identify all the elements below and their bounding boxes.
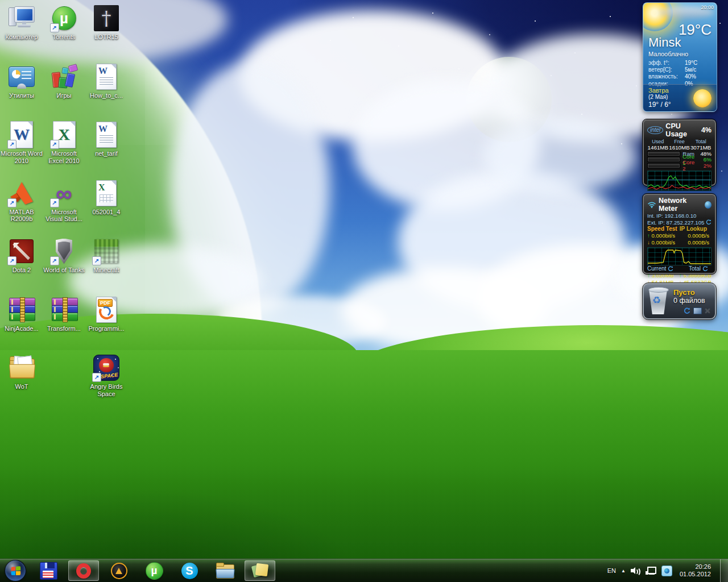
clock[interactable]: 20:26 01.05.2012	[680, 563, 711, 579]
desktop-icon-matlab-r2009b[interactable]: ↗MATLAB R2009b	[1, 180, 43, 223]
desktop-icon-ninjacademy-archive[interactable]: NinjAcade...	[1, 296, 43, 332]
programming-pdf-icon: PDF	[93, 296, 120, 323]
desktop-icon-microsoft-visual-studio[interactable]: ∞↗Microsoft Visual Stud...	[43, 180, 85, 223]
desktop-icon-microsoft-excel-2010[interactable]: X↗Microsoft Excel 2010	[43, 121, 85, 164]
network-meter-gadget[interactable]: Network Meter Int. IP: 192.168.0.10 Ext.…	[643, 194, 716, 274]
close-icon[interactable]: ×	[705, 306, 710, 315]
cpu-used-value: 1461MB	[647, 144, 669, 151]
cpu-history-graph	[647, 171, 712, 191]
desktop[interactable]: Компьютерµ↗Torrents†LOTR15УтилитыИгрыWHo…	[0, 0, 728, 582]
recycle-symbol-icon: ♻	[652, 294, 661, 306]
weather-tomorrow: Завтра (2 Мая) 19° / 6°	[643, 84, 717, 111]
tray-app-icon[interactable]	[661, 566, 672, 576]
show-desktop-button[interactable]	[720, 559, 728, 582]
desktop-icon-label: Microsoft Word 2010	[1, 150, 43, 164]
opera-icon	[76, 563, 91, 579]
start-button[interactable]	[5, 560, 26, 581]
taskbar-apps: µS	[33, 560, 275, 581]
download-bytes: 0.000B/s	[688, 239, 709, 246]
taskbar-file-manager-button[interactable]	[33, 560, 64, 581]
taskbar-sticky-notes-button[interactable]	[245, 560, 275, 581]
weather-time: 20:00	[701, 5, 714, 10]
open-recycle-icon[interactable]	[693, 307, 702, 314]
weather-detail-value: 40%	[685, 73, 713, 80]
download-arrow-icon: ↓	[647, 239, 650, 246]
matlab-r2009b-icon: ↗	[8, 180, 35, 207]
sticky-notes-icon	[252, 563, 268, 579]
weather-detail-value: 5м/с	[685, 66, 713, 73]
tray-date: 01.05.2012	[680, 571, 711, 577]
desktop-icon-programming-pdf[interactable]: PDFProgrammi...	[85, 296, 127, 332]
refresh-icon[interactable]	[706, 219, 712, 225]
desktop-icon-net-tarif[interactable]: Wnet_tarif	[85, 121, 127, 157]
desktop-icon-dota-2[interactable]: ↗Dota 2	[1, 238, 43, 274]
weather-temperature: 19°C	[679, 21, 712, 39]
ram-bar	[647, 151, 680, 156]
desktop-icon-lotr15[interactable]: †LOTR15	[85, 5, 127, 41]
desktop-icon-how-to-doc[interactable]: WHow_to_c...	[85, 63, 127, 99]
games-icon	[51, 63, 78, 90]
desktop-icon-label: Утилиты	[9, 92, 34, 99]
shortcut-arrow-icon: ↗	[92, 373, 101, 382]
ext-ip-label: Ext. IP:	[647, 219, 665, 226]
microsoft-visual-studio-icon: ∞↗	[51, 180, 78, 207]
desktop-icon-label: Dota 2	[13, 267, 31, 274]
desktop-icon-transformers-archive[interactable]: Transform...	[43, 296, 85, 332]
excel-file-052001-4-icon: X	[93, 180, 120, 207]
desktop-icon-wot-folder[interactable]: WoT	[1, 354, 43, 390]
microsoft-excel-2010-icon: X↗	[51, 121, 78, 148]
desktop-icon-angry-birds-space[interactable]: SPACE↗Angry Birds Space	[85, 354, 127, 397]
desktop-icon-minecraft[interactable]: ↗Minecraft	[85, 238, 127, 274]
desktop-icon-label: Microsoft Excel 2010	[43, 150, 85, 164]
desktop-icon-games[interactable]: Игры	[43, 63, 85, 99]
taskbar-skype-button[interactable]: S	[174, 560, 205, 581]
refresh-icon[interactable]	[702, 266, 708, 272]
system-tray: EN ▲ 20:26 01.05.2012	[607, 559, 728, 582]
ram-meter: Ram 48%	[647, 151, 712, 157]
desktop-icon-torrents[interactable]: µ↗Torrents	[43, 5, 85, 41]
taskbar-opera-button[interactable]	[68, 560, 99, 581]
taskbar-explorer-button[interactable]	[209, 560, 240, 581]
network-gadget-title: Network Meter	[659, 197, 702, 213]
taskbar-utorrent-button[interactable]: µ	[139, 560, 169, 581]
desktop-icon-computer[interactable]: Компьютер	[1, 5, 43, 41]
desktop-icon-label: How_to_c...	[90, 92, 123, 99]
desktop-icon-excel-file-052001-4[interactable]: X052001_4	[85, 180, 127, 216]
weather-gadget[interactable]: 20:00 19°C Minsk Малооблачно эфф. t°:19°…	[643, 2, 717, 112]
taskbar-aimp-button[interactable]	[104, 560, 134, 581]
skype-icon: S	[181, 563, 198, 579]
speaker-icon[interactable]	[631, 567, 640, 575]
show-hidden-icons-button[interactable]: ▲	[621, 568, 626, 573]
core1-value: 6%	[699, 156, 712, 163]
net-tarif-icon: W	[93, 121, 120, 148]
ext-ip-value: 87.252.227.105	[667, 219, 705, 226]
globe-icon[interactable]	[705, 201, 712, 209]
desktop-icon-label: Игры	[57, 92, 72, 99]
desktop-icon-world-of-tanks[interactable]: ↗World of Tanks	[43, 238, 85, 274]
cpu-usage-gadget[interactable]: intel CPU Usage 4% Used Free Total 1461M…	[643, 119, 716, 186]
core2-value: 2%	[699, 163, 712, 169]
desktop-icon-utilities[interactable]: Утилиты	[1, 63, 43, 99]
language-indicator[interactable]: EN	[607, 567, 616, 574]
recycle-bin-gadget[interactable]: ♻ Пусто 0 файлов ×	[643, 283, 716, 319]
angry-birds-space-icon: SPACE↗	[93, 354, 120, 381]
desktop-icon-label: World of Tanks	[43, 267, 84, 274]
aimp-icon	[111, 563, 127, 579]
recycle-bin-icon[interactable]: ♻	[647, 286, 670, 316]
speed-test-link[interactable]: Speed Test	[647, 226, 677, 232]
shortcut-arrow-icon: ↗	[50, 23, 59, 32]
recycle-status: Пусто	[673, 288, 695, 297]
network-history-graph	[647, 247, 712, 265]
refresh-icon[interactable]	[684, 307, 690, 314]
core2-meter: Core 2 2%	[647, 163, 712, 169]
ip-lookup-link[interactable]: IP Lookup	[680, 226, 707, 232]
ninjacademy-archive-icon	[8, 296, 35, 323]
network-tray-icon[interactable]	[646, 567, 656, 575]
world-of-tanks-icon: ↗	[51, 238, 78, 265]
weather-condition: Малооблачно	[648, 51, 688, 57]
desktop-icon-label: WoT	[15, 383, 28, 390]
taskbar: µS EN ▲ 20:26 01.05.2012	[0, 559, 728, 582]
desktop-icon-microsoft-word-2010[interactable]: W↗Microsoft Word 2010	[1, 121, 43, 164]
shortcut-arrow-icon: ↗	[50, 198, 59, 207]
refresh-icon[interactable]	[668, 266, 673, 272]
